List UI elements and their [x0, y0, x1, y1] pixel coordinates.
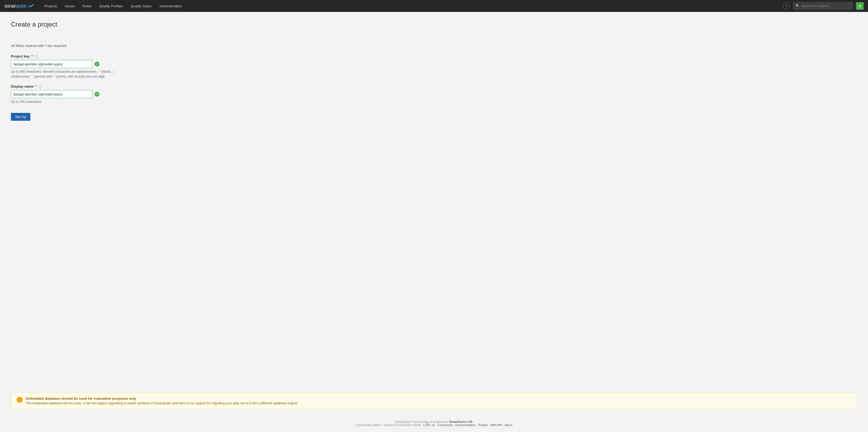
- warning-icon: !: [17, 397, 23, 403]
- nav-quality-gates[interactable]: Quality Gates: [127, 0, 156, 12]
- page-title: Create a project: [11, 21, 234, 28]
- warning-description: The embedded database will not scale, it…: [26, 401, 298, 405]
- required-note: All fields marked with * are required: [11, 44, 234, 48]
- footer-links: Community Edition - Version 8.9.10 (buil…: [5, 423, 863, 427]
- project-key-input-row: ✓: [11, 60, 234, 68]
- search-input[interactable]: [801, 4, 850, 8]
- navbar-right: ? 🔍 A: [783, 2, 864, 10]
- brand-logo[interactable]: sonarqube: [4, 3, 34, 9]
- display-name-help-icon[interactable]: ?: [38, 85, 42, 89]
- logo-wave-icon: [28, 4, 34, 8]
- avatar-button[interactable]: A: [856, 2, 864, 10]
- search-icon: 🔍: [796, 4, 800, 8]
- project-key-hint: Up to 400 characters. Allowed characters…: [11, 69, 120, 79]
- warning-banner: ! Embedded database should be used for e…: [11, 392, 857, 409]
- project-key-asterisk: *: [31, 54, 33, 58]
- navbar: sonarqube Projects Issues Rules Quality …: [0, 0, 868, 12]
- footer-powered-by: SonarQube™ technology is powered by Sona…: [5, 420, 863, 423]
- project-key-help-icon[interactable]: ?: [34, 55, 38, 58]
- display-name-label: Display name * ?: [11, 85, 234, 89]
- project-key-valid-icon: ✓: [94, 62, 99, 66]
- nav-links: Projects Issues Rules Quality Profiles Q…: [40, 0, 783, 12]
- project-key-group: Project key * ? ✓ Up to 400 characters. …: [11, 54, 234, 79]
- footer-lgpl-link[interactable]: LGPL v3: [424, 423, 435, 427]
- help-button[interactable]: ?: [783, 2, 790, 9]
- nav-projects[interactable]: Projects: [40, 0, 61, 12]
- display-name-hint: Up to 255 characters: [11, 99, 120, 104]
- footer-plugins-link[interactable]: Plugins: [478, 423, 488, 427]
- display-name-input-row: ✓: [11, 90, 234, 98]
- display-name-group: Display name * ? ✓ Up to 255 characters: [11, 85, 234, 104]
- footer-sonarsource-link[interactable]: SonarSource SA: [449, 420, 472, 423]
- nav-quality-profiles[interactable]: Quality Profiles: [95, 0, 127, 12]
- nav-issues[interactable]: Issues: [61, 0, 79, 12]
- footer-webapi-link[interactable]: Web API: [491, 423, 502, 427]
- logo-text: sonarqube: [4, 3, 34, 9]
- display-name-asterisk: *: [35, 85, 37, 89]
- warning-title: Embedded database should be used for eva…: [26, 396, 298, 401]
- nav-administration[interactable]: Administration: [156, 0, 186, 12]
- required-asterisk: *: [45, 44, 46, 48]
- display-name-input[interactable]: [11, 90, 92, 98]
- display-name-valid-icon: ✓: [94, 92, 99, 97]
- project-key-label: Project key * ?: [11, 54, 234, 58]
- nav-rules[interactable]: Rules: [79, 0, 95, 12]
- warning-content: Embedded database should be used for eva…: [26, 396, 298, 405]
- search-box: 🔍: [793, 2, 853, 10]
- footer-about-link[interactable]: About: [505, 423, 513, 427]
- setup-button[interactable]: Set Up: [11, 113, 30, 121]
- page-footer: SonarQube™ technology is powered by Sona…: [0, 414, 868, 432]
- main-content: Create a project All fields marked with …: [0, 12, 244, 381]
- project-key-input[interactable]: [11, 60, 92, 68]
- footer-community-link[interactable]: Community: [437, 423, 453, 427]
- footer-documentation-link[interactable]: Documentation: [455, 423, 475, 427]
